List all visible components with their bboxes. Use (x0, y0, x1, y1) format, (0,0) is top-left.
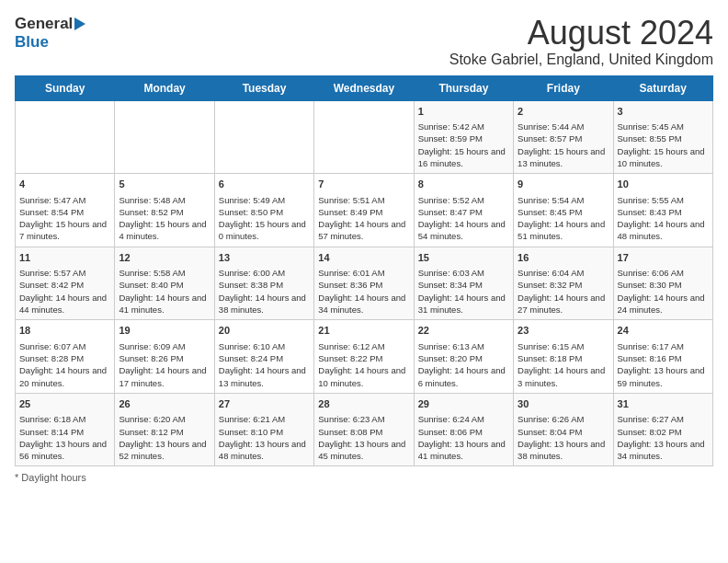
day-number: 28 (318, 397, 409, 411)
calendar-cell: 4Sunrise: 5:47 AM Sunset: 8:54 PM Daylig… (16, 174, 115, 247)
calendar-cell (214, 100, 313, 174)
calendar-cell: 23Sunrise: 6:15 AM Sunset: 8:18 PM Dayli… (514, 320, 613, 394)
day-info: Sunrise: 5:48 AM Sunset: 8:52 PM Dayligh… (119, 194, 210, 243)
day-info: Sunrise: 5:52 AM Sunset: 8:47 PM Dayligh… (418, 194, 509, 243)
day-number: 2 (518, 105, 609, 119)
day-info: Sunrise: 6:17 AM Sunset: 8:16 PM Dayligh… (618, 340, 709, 389)
calendar-cell: 13Sunrise: 6:00 AM Sunset: 8:38 PM Dayli… (214, 247, 313, 320)
calendar-cell (16, 100, 115, 174)
calendar-cell: 20Sunrise: 6:10 AM Sunset: 8:24 PM Dayli… (214, 320, 313, 394)
page-header: General Blue August 2024 Stoke Gabriel, … (15, 15, 713, 68)
calendar-cell: 22Sunrise: 6:13 AM Sunset: 8:20 PM Dayli… (414, 320, 513, 394)
day-number: 8 (418, 178, 509, 191)
day-number: 20 (219, 324, 310, 338)
day-number: 29 (418, 397, 509, 411)
calendar-cell: 5Sunrise: 5:48 AM Sunset: 8:52 PM Daylig… (115, 174, 214, 247)
day-number: 22 (418, 324, 509, 338)
day-number: 15 (418, 251, 509, 265)
calendar-cell: 30Sunrise: 6:26 AM Sunset: 8:04 PM Dayli… (514, 393, 613, 466)
day-number: 14 (318, 251, 409, 265)
day-info: Sunrise: 6:18 AM Sunset: 8:14 PM Dayligh… (19, 413, 110, 462)
day-number: 24 (618, 324, 709, 338)
day-number: 4 (19, 178, 110, 191)
calendar-cell: 17Sunrise: 6:06 AM Sunset: 8:30 PM Dayli… (613, 247, 712, 320)
day-number: 12 (119, 251, 210, 265)
day-info: Sunrise: 6:26 AM Sunset: 8:04 PM Dayligh… (518, 413, 609, 462)
calendar-cell: 2Sunrise: 5:44 AM Sunset: 8:57 PM Daylig… (514, 100, 613, 174)
day-number: 26 (119, 397, 210, 411)
calendar-cell (115, 100, 214, 174)
calendar-table: SundayMondayTuesdayWednesdayThursdayFrid… (15, 75, 713, 467)
logo-triangle-icon (74, 17, 85, 30)
calendar-cell: 11Sunrise: 5:57 AM Sunset: 8:42 PM Dayli… (16, 247, 115, 320)
weekday-header: Saturday (613, 75, 712, 100)
day-info: Sunrise: 6:01 AM Sunset: 8:36 PM Dayligh… (318, 267, 409, 316)
calendar-cell: 7Sunrise: 5:51 AM Sunset: 8:49 PM Daylig… (314, 174, 414, 247)
day-info: Sunrise: 6:00 AM Sunset: 8:38 PM Dayligh… (219, 267, 310, 316)
calendar-cell: 6Sunrise: 5:49 AM Sunset: 8:50 PM Daylig… (214, 174, 313, 247)
day-number: 31 (618, 397, 709, 411)
day-info: Sunrise: 5:54 AM Sunset: 8:45 PM Dayligh… (518, 194, 609, 243)
day-info: Sunrise: 5:58 AM Sunset: 8:40 PM Dayligh… (119, 267, 210, 316)
calendar-cell (314, 100, 414, 174)
weekday-header: Sunday (16, 75, 115, 100)
day-number: 5 (119, 178, 210, 191)
calendar-cell: 19Sunrise: 6:09 AM Sunset: 8:26 PM Dayli… (115, 320, 214, 394)
day-info: Sunrise: 5:57 AM Sunset: 8:42 PM Dayligh… (19, 267, 110, 316)
day-info: Sunrise: 6:07 AM Sunset: 8:28 PM Dayligh… (19, 340, 110, 389)
day-info: Sunrise: 5:44 AM Sunset: 8:57 PM Dayligh… (518, 121, 609, 169)
day-info: Sunrise: 6:23 AM Sunset: 8:08 PM Dayligh… (318, 413, 409, 462)
weekday-header: Friday (514, 75, 613, 100)
day-number: 16 (518, 251, 609, 265)
day-info: Sunrise: 6:13 AM Sunset: 8:20 PM Dayligh… (418, 340, 509, 389)
weekday-header: Wednesday (314, 75, 414, 100)
calendar-cell: 16Sunrise: 6:04 AM Sunset: 8:32 PM Dayli… (514, 247, 613, 320)
footer-note: * Daylight hours (15, 472, 713, 483)
day-info: Sunrise: 5:45 AM Sunset: 8:55 PM Dayligh… (618, 121, 709, 169)
day-number: 21 (318, 324, 409, 338)
day-info: Sunrise: 6:10 AM Sunset: 8:24 PM Dayligh… (219, 340, 310, 389)
day-number: 1 (418, 105, 509, 119)
calendar-cell: 1Sunrise: 5:42 AM Sunset: 8:59 PM Daylig… (414, 100, 513, 174)
calendar-cell: 21Sunrise: 6:12 AM Sunset: 8:22 PM Dayli… (314, 320, 414, 394)
calendar-cell: 27Sunrise: 6:21 AM Sunset: 8:10 PM Dayli… (214, 393, 313, 466)
logo-general: General (15, 15, 73, 33)
day-number: 9 (518, 178, 609, 191)
logo-blue: Blue (15, 33, 49, 51)
calendar-cell: 18Sunrise: 6:07 AM Sunset: 8:28 PM Dayli… (16, 320, 115, 394)
page-subtitle: Stoke Gabriel, England, United Kingdom (449, 52, 713, 68)
calendar-cell: 31Sunrise: 6:27 AM Sunset: 8:02 PM Dayli… (613, 393, 712, 466)
day-info: Sunrise: 5:55 AM Sunset: 8:43 PM Dayligh… (618, 194, 709, 243)
day-number: 17 (618, 251, 709, 265)
day-info: Sunrise: 6:09 AM Sunset: 8:26 PM Dayligh… (119, 340, 210, 389)
weekday-header: Monday (115, 75, 214, 100)
calendar-cell: 24Sunrise: 6:17 AM Sunset: 8:16 PM Dayli… (613, 320, 712, 394)
day-number: 19 (119, 324, 210, 338)
calendar-cell: 8Sunrise: 5:52 AM Sunset: 8:47 PM Daylig… (414, 174, 513, 247)
day-number: 30 (518, 397, 609, 411)
calendar-cell: 25Sunrise: 6:18 AM Sunset: 8:14 PM Dayli… (16, 393, 115, 466)
day-number: 18 (19, 324, 110, 338)
day-info: Sunrise: 6:12 AM Sunset: 8:22 PM Dayligh… (318, 340, 409, 389)
day-info: Sunrise: 5:51 AM Sunset: 8:49 PM Dayligh… (318, 194, 409, 243)
day-number: 11 (19, 251, 110, 265)
page-title: August 2024 (449, 15, 713, 52)
day-info: Sunrise: 5:47 AM Sunset: 8:54 PM Dayligh… (19, 194, 110, 243)
day-info: Sunrise: 5:49 AM Sunset: 8:50 PM Dayligh… (219, 194, 310, 243)
calendar-cell: 14Sunrise: 6:01 AM Sunset: 8:36 PM Dayli… (314, 247, 414, 320)
calendar-cell: 3Sunrise: 5:45 AM Sunset: 8:55 PM Daylig… (613, 100, 712, 174)
calendar-cell: 29Sunrise: 6:24 AM Sunset: 8:06 PM Dayli… (414, 393, 513, 466)
day-number: 13 (219, 251, 310, 265)
day-number: 7 (318, 178, 409, 191)
day-number: 27 (219, 397, 310, 411)
weekday-header: Tuesday (214, 75, 313, 100)
day-number: 3 (618, 105, 709, 119)
calendar-cell: 26Sunrise: 6:20 AM Sunset: 8:12 PM Dayli… (115, 393, 214, 466)
day-number: 10 (618, 178, 709, 191)
logo: General Blue (15, 15, 97, 52)
day-info: Sunrise: 5:42 AM Sunset: 8:59 PM Dayligh… (418, 121, 509, 169)
title-block: August 2024 Stoke Gabriel, England, Unit… (449, 15, 713, 68)
calendar-header: SundayMondayTuesdayWednesdayThursdayFrid… (16, 75, 713, 100)
weekday-header: Thursday (414, 75, 513, 100)
calendar-cell: 9Sunrise: 5:54 AM Sunset: 8:45 PM Daylig… (514, 174, 613, 247)
